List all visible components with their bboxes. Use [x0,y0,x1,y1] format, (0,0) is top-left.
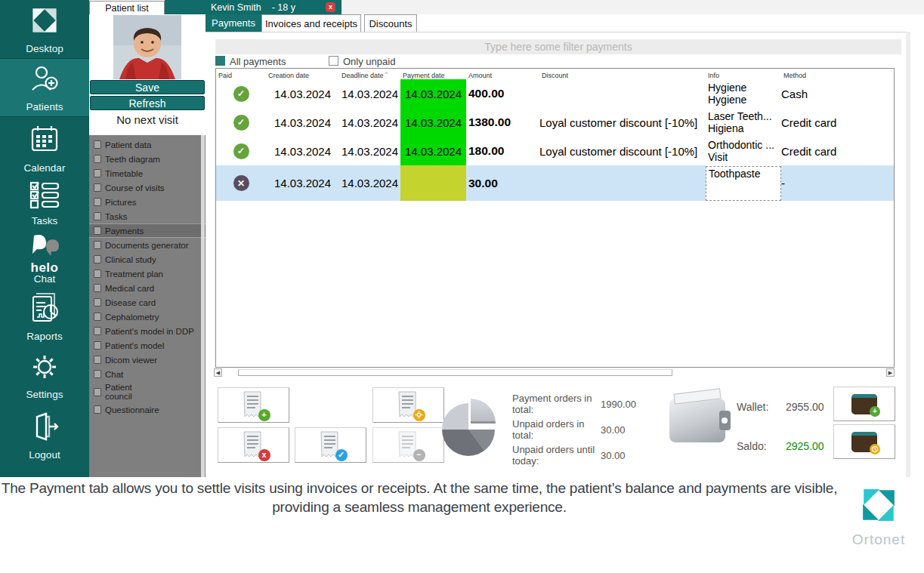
helo-brand-text: helo [31,262,59,273]
hscroll-thumb[interactable] [238,369,672,376]
table-hscrollbar[interactable]: ◀ ▶ [214,368,895,377]
col-paid[interactable]: Paid [216,69,266,79]
pie-exploded-slice [471,399,496,424]
menu-item-patients-model[interactable]: Patient's model [89,338,206,353]
menu-item-teeth-diagram[interactable]: Teeth diagram [89,152,206,166]
patients-icon [28,63,61,98]
tab-invoices-and-receipts[interactable]: Invoices and receipts [261,14,361,32]
menu-item-dicom-viewer[interactable]: Dicom viewer [89,353,206,367]
method-cell: Credit card [781,137,894,165]
menu-item-label: Patient's model in DDP [105,327,194,336]
menu-item-questionnaire[interactable]: Questionnaire [89,402,206,417]
total-orders-value: 1990.00 [601,399,636,410]
all-payments-label: All payments [230,56,286,67]
wallet-graphic [669,399,725,442]
payment-remove-button[interactable]: − [372,427,444,463]
tab-patient-list[interactable]: Patient list [89,1,165,14]
tab-payments[interactable]: Payments [206,14,261,32]
only-unpaid-checkbox[interactable] [329,56,338,66]
wallet-history-button[interactable] [833,424,895,459]
patient-menu-scrollbar[interactable] [201,135,205,477]
sidebar-label: Settings [26,389,63,400]
sidebar-item-desktop[interactable]: Desktop [0,0,89,58]
col-amount[interactable]: Amount [466,69,539,79]
menu-item-clinical-study[interactable]: Clinical study [89,252,206,266]
payment-row-selected[interactable]: ✕ 14.03.2024 14.03.2024 30.00 Toothpaste… [216,165,894,194]
tab-patient-list-label: Patient list [105,3,149,14]
col-deadline-date[interactable]: Deadline date^ [339,69,400,79]
menu-item-pictures[interactable]: Pictures [89,195,206,209]
sidebar-item-calendar[interactable]: Calendar [0,117,89,177]
payment-generate-button[interactable] [372,387,444,423]
footer-caption: The Payment tab allows you to settle vis… [0,479,839,516]
amount-cell: 180.00 [466,137,539,165]
payment-delete-button[interactable]: x [218,427,289,463]
payment-row[interactable]: ✓ 14.03.2024 14.03.2024 14.03.2024 1380.… [216,108,894,137]
all-payments-checkbox[interactable] [215,56,225,66]
info-cell-editing[interactable]: Toothpaste [706,166,781,201]
menu-item-documents-generator[interactable]: Documents generator [89,238,206,252]
menu-item-patient-council[interactable]: Patient council [89,381,206,402]
chat-icon [94,370,101,378]
patient-menu: Patient dataTeeth diagramTimetableCourse… [89,135,206,477]
menu-item-label: Chat [105,370,123,379]
payment-row[interactable]: ✓ 14.03.2024 14.03.2024 14.03.2024 400.0… [216,79,894,108]
sidebar-item-settings[interactable]: Settings [0,346,89,404]
menu-item-disease-card[interactable]: Disease card [89,295,206,310]
menu-item-tasks[interactable]: Tasks [89,209,206,223]
tab-patient-kevin-smith[interactable]: Kevin Smith - 18 y x [165,0,341,14]
payments-filter-input[interactable] [215,39,901,54]
menu-item-label: Course of visits [105,183,165,193]
menu-item-patient-data[interactable]: Patient data [89,137,206,152]
patients-model-in-ddp-icon [94,327,101,335]
menu-item-course-of-visits[interactable]: Course of visits [89,180,206,195]
wallet-add-button[interactable]: + [833,387,895,421]
menu-item-label: Documents generator [105,241,189,250]
payment-approve-button[interactable]: ✓ [295,427,366,463]
sidebar-item-patients[interactable]: Patients [0,58,89,117]
sidebar-label: Tasks [32,215,58,226]
refresh-button[interactable]: Refresh [90,96,205,110]
unpaid-cross-icon: ✕ [233,175,249,191]
scroll-left-icon[interactable]: ◀ [214,368,222,377]
menu-item-medical-card[interactable]: Medical card [89,281,206,295]
menu-item-label: Treatment plan [105,270,163,279]
save-button[interactable]: Save [90,80,205,94]
menu-item-label: Clinical study [105,255,156,264]
menu-item-patients-model-in-ddp[interactable]: Patient's model in DDP [89,324,206,338]
menu-item-label: Patient's model [105,341,164,350]
sidebar-label: Logout [29,449,60,461]
payment-add-button[interactable]: + [218,387,289,423]
sidebar-item-tasks[interactable]: Tasks [0,177,89,230]
patient-side-panel: Save Refresh No next visit Patient dataT… [89,14,206,477]
scroll-right-icon[interactable]: ▶ [886,368,895,377]
info-cell: Laser Teeth...Higiena [706,108,781,137]
patients-model-icon [94,341,101,350]
col-creation-date[interactable]: Creation date [266,69,339,79]
tasks-icon [28,180,61,212]
content-vscrollbar[interactable] [906,32,910,477]
disease-card-icon [94,298,101,307]
menu-item-timetable[interactable]: Timetable [89,166,206,180]
creation-date-cell: 14.03.2024 [266,165,339,201]
tab-discounts[interactable]: Discounts [364,14,417,32]
payments-icon [94,226,101,235]
menu-item-cephalometry[interactable]: Cephalometry [89,310,206,324]
menu-item-treatment-plan[interactable]: Treatment plan [89,266,206,281]
menu-item-payments[interactable]: Payments [89,223,206,238]
col-info[interactable]: Info [706,69,781,79]
gear-icon [413,409,425,421]
close-tab-icon[interactable]: x [326,2,335,12]
col-payment-date[interactable]: Payment date [400,69,466,79]
menu-item-chat[interactable]: Chat [89,367,206,381]
timetable-icon [94,169,101,177]
caption-line-2: providing a seamless management experien… [0,498,839,516]
sidebar-item-logout[interactable]: Logout [0,404,89,464]
col-discount[interactable]: Discount [539,69,706,79]
payment-row[interactable]: ✓ 14.03.2024 14.03.2024 14.03.2024 180.0… [216,137,894,165]
col-method[interactable]: Method [781,69,894,79]
sidebar-item-raports[interactable]: Raports [0,288,89,346]
payments-table-header: Paid Creation date Deadline date^ Paymen… [216,69,894,79]
gear-icon [28,350,61,386]
sidebar-item-chat[interactable]: helo Chat [0,230,89,288]
